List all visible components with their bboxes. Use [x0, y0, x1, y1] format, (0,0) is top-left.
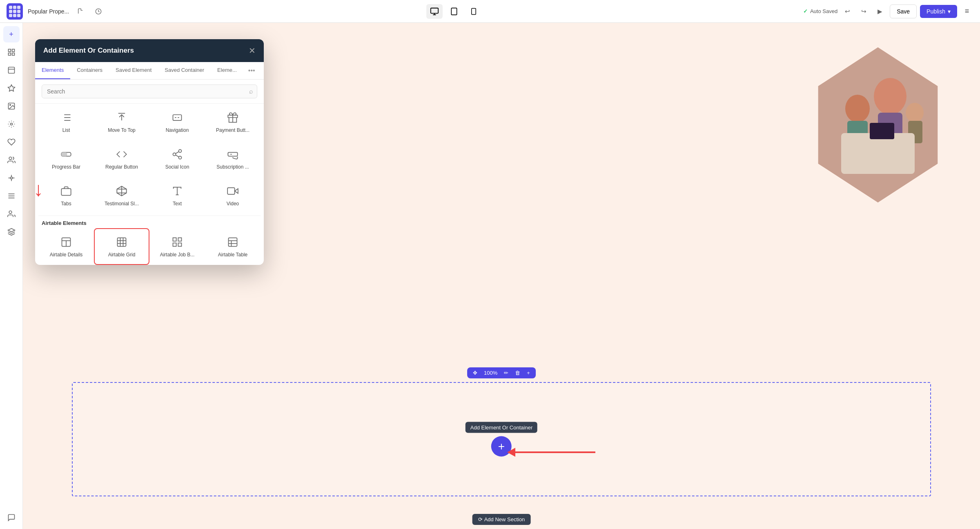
- list-icon: [58, 111, 74, 124]
- family-photo-svg: [808, 47, 947, 202]
- element-testimonial[interactable]: Testimonial Sl...: [94, 177, 149, 214]
- publish-button[interactable]: Publish ▾: [920, 5, 957, 18]
- add-section-icon: ⟳: [478, 516, 483, 522]
- move-icon[interactable]: ✥: [470, 369, 480, 377]
- sidebar-item-community[interactable]: [3, 206, 20, 222]
- modal-header: Add Element Or Containers ✕: [35, 39, 264, 62]
- tab-elements[interactable]: Elements: [35, 62, 70, 79]
- svg-rect-78: [229, 238, 237, 247]
- sidebar-item-design[interactable]: [3, 80, 20, 96]
- undo-button[interactable]: ↩: [841, 5, 854, 18]
- sidebar-item-layers[interactable]: [3, 44, 20, 60]
- svg-rect-11: [12, 53, 14, 56]
- desktop-view-btn[interactable]: [426, 4, 443, 19]
- preview-button[interactable]: ▶: [873, 5, 886, 18]
- progress-bar-icon: [58, 148, 74, 161]
- element-airtable-job-label: Airtable Job B...: [160, 252, 195, 258]
- element-airtable-details-label: Airtable Details: [50, 252, 83, 258]
- element-social-icon-label: Social Icon: [165, 164, 189, 170]
- element-airtable-details[interactable]: Airtable Details: [38, 228, 94, 265]
- autosaved-status: Auto Saved: [803, 8, 837, 14]
- tab-eleme[interactable]: Eleme...: [211, 62, 243, 79]
- percent-label: 100%: [481, 369, 500, 377]
- element-tabs[interactable]: Tabs: [38, 177, 94, 214]
- element-airtable-grid-label: Airtable Grid: [108, 252, 136, 258]
- subscription-icon: [225, 148, 241, 161]
- element-move-to-top[interactable]: Move To Top: [94, 104, 149, 140]
- history-icon[interactable]: [74, 5, 87, 18]
- search-input[interactable]: [42, 84, 257, 98]
- publish-chevron-icon: ▾: [948, 8, 951, 15]
- element-airtable-grid[interactable]: Airtable Grid: [94, 228, 149, 265]
- tab-containers[interactable]: Containers: [70, 62, 109, 79]
- mobile-view-btn[interactable]: [466, 4, 482, 19]
- sidebar-item-media[interactable]: [3, 98, 20, 114]
- sidebar-item-settings[interactable]: [3, 116, 20, 132]
- tab-saved-container[interactable]: Saved Container: [158, 62, 211, 79]
- tab-saved-element[interactable]: Saved Element: [109, 62, 158, 79]
- sidebar-item-support[interactable]: [3, 509, 20, 526]
- svg-rect-10: [8, 53, 11, 56]
- sidebar-item-commerce[interactable]: [3, 188, 20, 204]
- save-button[interactable]: Save: [890, 4, 917, 18]
- sidebar-item-members[interactable]: [3, 152, 20, 168]
- element-video[interactable]: Video: [205, 177, 261, 214]
- tablet-view-btn[interactable]: [446, 4, 462, 19]
- svg-rect-57: [228, 152, 237, 156]
- sidebar-item-integrations[interactable]: [3, 170, 20, 186]
- element-navigation[interactable]: Navigation: [149, 104, 205, 140]
- add-element-tooltip: Add Element Or Container: [466, 422, 537, 433]
- sidebar-item-add[interactable]: +: [3, 26, 20, 42]
- airtable-job-icon: [169, 236, 185, 249]
- element-subscription-label: Subscription ...: [216, 164, 249, 170]
- add-icon-toolbar[interactable]: +: [524, 369, 532, 377]
- element-airtable-table[interactable]: Airtable Table: [205, 228, 261, 265]
- clock-icon[interactable]: [92, 5, 105, 18]
- svg-rect-8: [8, 49, 11, 52]
- redo-button[interactable]: ↪: [857, 5, 870, 18]
- delete-icon[interactable]: 🗑: [512, 369, 523, 377]
- modal-tabs: Elements Containers Saved Element Saved …: [35, 62, 264, 80]
- svg-rect-4: [451, 8, 457, 15]
- element-list-label: List: [62, 127, 70, 133]
- app-logo[interactable]: [7, 3, 23, 20]
- text-element-icon: [169, 184, 185, 198]
- sidebar-item-pages[interactable]: [3, 62, 20, 78]
- left-sidebar: +: [0, 23, 23, 529]
- element-payment-button-label: Payment Butt...: [216, 127, 249, 133]
- modal-close-button[interactable]: ✕: [249, 46, 256, 56]
- element-regular-button[interactable]: Regular Button: [94, 140, 149, 177]
- svg-rect-12: [8, 67, 14, 73]
- sidebar-item-seo[interactable]: [3, 134, 20, 150]
- svg-point-19: [10, 177, 12, 179]
- element-subscription[interactable]: Subscription ...: [205, 140, 261, 177]
- topbar-view-controls: [111, 4, 797, 19]
- add-new-section-bar[interactable]: ⟳ Add New Section: [472, 514, 531, 525]
- edit-icon[interactable]: ✏: [501, 369, 511, 377]
- element-tabs-label: Tabs: [61, 201, 71, 207]
- element-text[interactable]: Text: [149, 177, 205, 214]
- svg-rect-65: [227, 188, 235, 194]
- empty-container[interactable]: ✥ 100% ✏ 🗑 + Add Element Or Container +: [72, 382, 931, 496]
- element-video-label: Video: [227, 201, 239, 207]
- regular-button-icon: [114, 148, 130, 161]
- element-regular-button-label: Regular Button: [105, 164, 138, 170]
- element-payment-button[interactable]: Payment Butt...: [205, 104, 261, 140]
- payment-icon: [225, 111, 241, 124]
- svg-marker-64: [235, 189, 238, 193]
- element-social-icon[interactable]: Social Icon: [149, 140, 205, 177]
- element-airtable-job[interactable]: Airtable Job B...: [149, 228, 205, 265]
- red-down-arrow-indicator: ↓: [33, 180, 43, 199]
- hamburger-menu-button[interactable]: ≡: [960, 5, 973, 18]
- tab-more[interactable]: •••: [245, 62, 258, 79]
- element-progress-bar[interactable]: Progress Bar: [38, 140, 94, 177]
- sidebar-item-automation[interactable]: [3, 224, 20, 240]
- svg-rect-1: [431, 8, 438, 13]
- hero-image-container: [808, 47, 947, 202]
- element-list[interactable]: List: [38, 104, 94, 140]
- svg-point-53: [173, 153, 176, 156]
- svg-marker-14: [8, 85, 15, 91]
- logo-dots: [9, 6, 20, 17]
- topbar-left: Popular Prope...: [0, 3, 111, 20]
- svg-rect-74: [173, 238, 176, 241]
